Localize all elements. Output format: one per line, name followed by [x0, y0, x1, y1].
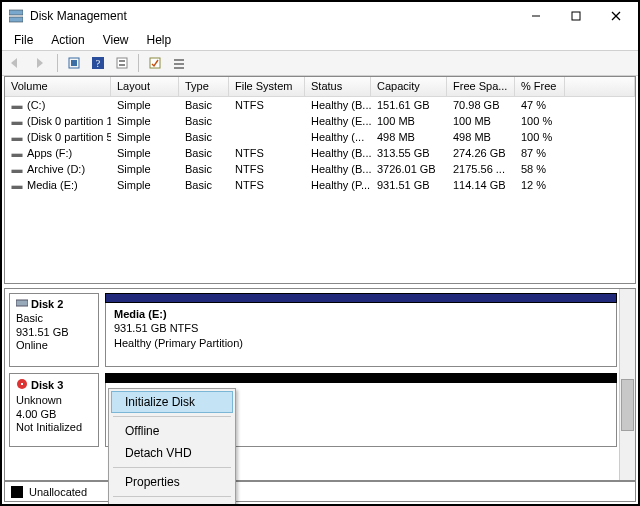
disk-row[interactable]: Disk 3 Unknown 4.00 GB Not Initialized	[9, 373, 617, 447]
title-bar: Disk Management	[2, 2, 638, 30]
col-layout[interactable]: Layout	[111, 77, 179, 96]
disk-warning-icon	[16, 378, 28, 394]
menu-help[interactable]: Help	[139, 31, 180, 49]
volume-icon: ▬	[11, 131, 23, 143]
disk-type: Unknown	[16, 394, 92, 408]
scrollbar-thumb[interactable]	[621, 379, 634, 431]
list-button[interactable]	[168, 52, 190, 74]
app-icon	[8, 8, 24, 24]
menu-bar: File Action View Help	[2, 30, 638, 50]
svg-rect-17	[174, 63, 184, 65]
table-row[interactable]: ▬(Disk 0 partition 1)SimpleBasicHealthy …	[5, 113, 635, 129]
table-row[interactable]: ▬Apps (F:)SimpleBasicNTFSHealthy (B...31…	[5, 145, 635, 161]
partition[interactable]: Media (E:) 931.51 GB NTFS Healthy (Prima…	[105, 303, 617, 367]
svg-rect-0	[9, 10, 23, 15]
ctx-initialize-disk[interactable]: Initialize Disk	[111, 391, 233, 413]
col-volume[interactable]: Volume	[5, 77, 111, 96]
volume-list: Volume Layout Type File System Status Ca…	[4, 76, 636, 284]
close-button[interactable]	[596, 3, 636, 29]
svg-rect-14	[119, 64, 125, 66]
nav-back-button[interactable]	[6, 52, 28, 74]
table-row[interactable]: ▬Archive (D:)SimpleBasicNTFSHealthy (B..…	[5, 161, 635, 177]
disk-state: Not Initialized	[16, 421, 92, 435]
legend-label-unallocated: Unallocated	[29, 486, 87, 498]
scrollbar[interactable]	[619, 289, 635, 492]
svg-rect-21	[21, 383, 23, 385]
col-extra[interactable]	[565, 77, 635, 96]
volume-icon: ▬	[11, 99, 23, 111]
svg-rect-3	[572, 12, 580, 20]
disk-label[interactable]: Disk 3 Unknown 4.00 GB Not Initialized	[9, 373, 99, 447]
volume-list-header: Volume Layout Type File System Status Ca…	[5, 77, 635, 97]
help-button[interactable]: ?	[87, 52, 109, 74]
ctx-detach-vhd[interactable]: Detach VHD	[111, 442, 233, 464]
volume-icon: ▬	[11, 115, 23, 127]
svg-rect-12	[117, 58, 127, 68]
col-free-space[interactable]: Free Spa...	[447, 77, 515, 96]
window-title: Disk Management	[30, 9, 127, 23]
disk-name: Disk 3	[31, 379, 63, 393]
svg-rect-9	[71, 60, 77, 66]
disk-state: Online	[16, 339, 92, 353]
apply-button[interactable]	[144, 52, 166, 74]
svg-rect-13	[119, 60, 125, 62]
disk-label[interactable]: Disk 2 Basic 931.51 GB Online	[9, 293, 99, 367]
col-capacity[interactable]: Capacity	[371, 77, 447, 96]
refresh-button[interactable]	[63, 52, 85, 74]
partition-color-bar	[105, 293, 617, 303]
volume-icon: ▬	[11, 147, 23, 159]
svg-rect-19	[16, 300, 28, 306]
volume-icon: ▬	[11, 179, 23, 191]
toolbar-separator	[57, 54, 58, 72]
disk-name: Disk 2	[31, 298, 63, 312]
col-pct-free[interactable]: % Free	[515, 77, 565, 96]
maximize-button[interactable]	[556, 3, 596, 29]
ctx-separator	[113, 416, 231, 417]
svg-rect-15	[150, 58, 160, 68]
legend-bar: Unallocated	[4, 480, 636, 502]
legend-swatch-unallocated	[11, 486, 23, 498]
disk-icon	[16, 298, 28, 312]
svg-rect-1	[9, 17, 23, 22]
disk-size: 4.00 GB	[16, 408, 92, 422]
disk-row[interactable]: Disk 2 Basic 931.51 GB Online Media (E:)…	[9, 293, 617, 367]
minimize-button[interactable]	[516, 3, 556, 29]
partition-color-bar	[105, 373, 617, 383]
context-menu: Initialize Disk Offline Detach VHD Prope…	[108, 388, 236, 506]
ctx-help[interactable]: Help	[111, 500, 233, 506]
col-status[interactable]: Status	[305, 77, 371, 96]
toolbar: ?	[2, 50, 638, 76]
volume-icon: ▬	[11, 163, 23, 175]
menu-file[interactable]: File	[6, 31, 41, 49]
disk-type: Basic	[16, 312, 92, 326]
svg-rect-16	[174, 59, 184, 61]
menu-view[interactable]: View	[95, 31, 137, 49]
table-row[interactable]: ▬(C:)SimpleBasicNTFSHealthy (B...151.61 …	[5, 97, 635, 113]
ctx-separator	[113, 496, 231, 497]
partition-status: Healthy (Primary Partition)	[114, 336, 608, 350]
menu-action[interactable]: Action	[43, 31, 92, 49]
ctx-separator	[113, 467, 231, 468]
nav-forward-button[interactable]	[30, 52, 52, 74]
svg-marker-6	[11, 58, 17, 68]
ctx-properties[interactable]: Properties	[111, 471, 233, 493]
disk-size: 931.51 GB	[16, 326, 92, 340]
table-row[interactable]: ▬(Disk 0 partition 5)SimpleBasicHealthy …	[5, 129, 635, 145]
col-type[interactable]: Type	[179, 77, 229, 96]
table-row[interactable]: ▬Media (E:)SimpleBasicNTFSHealthy (P...9…	[5, 177, 635, 193]
settings-button[interactable]	[111, 52, 133, 74]
svg-rect-18	[174, 67, 184, 69]
col-filesystem[interactable]: File System	[229, 77, 305, 96]
partition-name: Media (E:)	[114, 307, 608, 321]
ctx-offline[interactable]: Offline	[111, 420, 233, 442]
partition-info: 931.51 GB NTFS	[114, 321, 608, 335]
disk-graphical-view: Disk 2 Basic 931.51 GB Online Media (E:)…	[4, 288, 636, 493]
svg-text:?: ?	[96, 58, 101, 69]
toolbar-separator	[138, 54, 139, 72]
svg-marker-7	[37, 58, 43, 68]
